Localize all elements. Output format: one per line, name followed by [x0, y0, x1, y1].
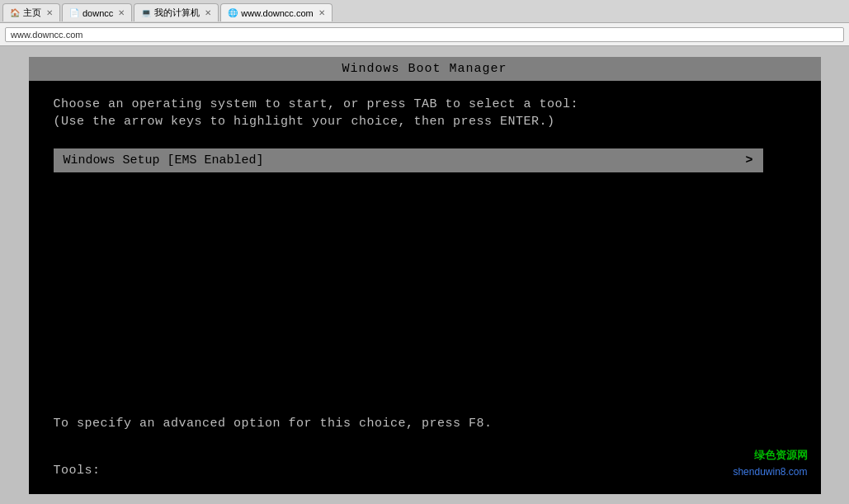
tab-www-close[interactable]: ✕ [318, 8, 325, 17]
home-icon: 🏠 [10, 8, 20, 17]
tab-mycomputer-close[interactable]: ✕ [205, 8, 211, 17]
tab-www[interactable]: 🌐 www.downcc.com ✕ [220, 3, 332, 21]
boot-screen-wrapper: Windows Boot Manager Choose an operating… [0, 46, 849, 504]
www-icon: 🌐 [228, 8, 238, 17]
boot-title: Windows Boot Manager [342, 62, 507, 76]
boot-title-bar: Windows Boot Manager [29, 57, 821, 81]
browser-window: 🏠 主页 ✕ 📄 downcc ✕ 💻 我的计算机 ✕ 🌐 www.downcc… [0, 0, 849, 504]
tab-home-close[interactable]: ✕ [46, 8, 53, 17]
boot-instruction-line1: Choose an operating system to start, or … [54, 97, 796, 111]
boot-content: Choose an operating system to start, or … [29, 81, 821, 494]
address-bar [0, 23, 849, 46]
watermark-green: 绿色资源网 [754, 448, 808, 463]
tab-home[interactable]: 🏠 主页 ✕ [2, 3, 60, 21]
tab-mycomputer-label: 我的计算机 [154, 7, 200, 19]
tab-mycomputer[interactable]: 💻 我的计算机 ✕ [134, 3, 219, 21]
tab-downcc[interactable]: 📄 downcc ✕ [62, 3, 132, 21]
tab-home-label: 主页 [23, 7, 41, 19]
boot-instruction-line2: (Use the arrow keys to highlight your ch… [54, 115, 796, 129]
boot-spacer [54, 179, 796, 417]
tab-bar: 🏠 主页 ✕ 📄 downcc ✕ 💻 我的计算机 ✕ 🌐 www.downcc… [0, 0, 849, 23]
boot-tools-label: Tools: [54, 464, 796, 478]
downcc-icon: 📄 [69, 8, 79, 17]
tab-downcc-label: downcc [83, 8, 113, 18]
boot-selected-item[interactable]: Windows Setup [EMS Enabled] > [54, 148, 763, 172]
tab-www-label: www.downcc.com [241, 8, 313, 18]
boot-selection-arrow: > [745, 153, 752, 167]
boot-selected-label: Windows Setup [EMS Enabled] [64, 153, 264, 167]
mycomputer-icon: 💻 [141, 8, 151, 17]
address-input[interactable] [5, 27, 844, 42]
tab-downcc-close[interactable]: ✕ [118, 8, 125, 17]
boot-footer: To specify an advanced option for this c… [54, 417, 796, 431]
boot-screen: Windows Boot Manager Choose an operating… [29, 57, 821, 494]
watermark-blue: shenduwin8.com [733, 466, 807, 478]
